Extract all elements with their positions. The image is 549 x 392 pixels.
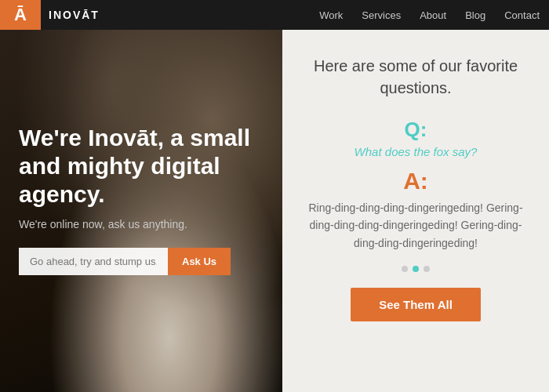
brand-name: INOVĀT bbox=[49, 9, 100, 21]
faq-question: What does the fox say? bbox=[354, 145, 478, 158]
faq-dot-1[interactable] bbox=[402, 266, 408, 272]
ask-input[interactable] bbox=[19, 248, 168, 275]
see-them-all-button[interactable]: See Them All bbox=[351, 288, 481, 321]
hero-subtext: We're online now, ask us anything. bbox=[19, 218, 264, 230]
nav-links: Work Services About Blog Contact bbox=[319, 9, 540, 21]
logo-box: Ā bbox=[0, 0, 41, 30]
faq-panel: Here are some of our favorite questions.… bbox=[282, 30, 549, 392]
faq-a-label: A: bbox=[403, 168, 428, 194]
nav-blog[interactable]: Blog bbox=[465, 9, 485, 21]
nav-contact[interactable]: Contact bbox=[504, 9, 540, 21]
navbar: Ā INOVĀT Work Services About Blog Contac… bbox=[0, 0, 549, 30]
logo-letter: Ā bbox=[14, 6, 27, 24]
hero-form: Ask Us bbox=[19, 248, 264, 275]
faq-heading: Here are some of our favorite questions. bbox=[304, 55, 527, 99]
hero-panel: We're Inovāt, a small and mighty digital… bbox=[0, 30, 282, 392]
page: Ā INOVĀT Work Services About Blog Contac… bbox=[0, 0, 549, 392]
main-content: We're Inovāt, a small and mighty digital… bbox=[0, 30, 549, 392]
faq-answer: Ring-ding-ding-ding-dingeringeding! Geri… bbox=[304, 199, 527, 252]
faq-q-label: Q: bbox=[405, 118, 427, 142]
faq-dot-3[interactable] bbox=[424, 266, 430, 272]
nav-services[interactable]: Services bbox=[362, 9, 401, 21]
faq-dots bbox=[402, 266, 430, 272]
nav-work[interactable]: Work bbox=[319, 9, 343, 21]
ask-button[interactable]: Ask Us bbox=[168, 248, 231, 275]
nav-left: Ā INOVĀT bbox=[0, 0, 100, 30]
hero-heading: We're Inovāt, a small and mighty digital… bbox=[19, 124, 264, 209]
hero-text: We're Inovāt, a small and mighty digital… bbox=[0, 30, 282, 392]
nav-about[interactable]: About bbox=[420, 9, 446, 21]
faq-dot-2[interactable] bbox=[413, 266, 419, 272]
